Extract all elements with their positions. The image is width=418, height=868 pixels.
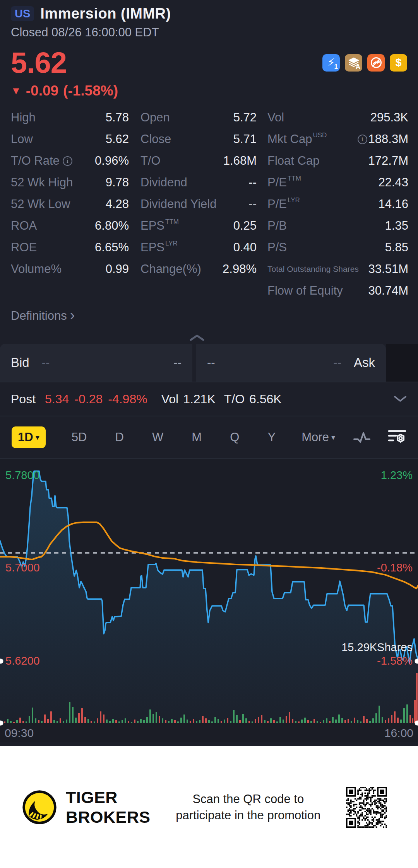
- stat-row: P/S5.85: [267, 237, 408, 258]
- tab-period-1d[interactable]: 1D▾: [12, 426, 46, 448]
- collapse-chevron-up-icon[interactable]: [189, 334, 205, 341]
- ask-panel[interactable]: -- -- Ask: [196, 344, 386, 382]
- flash-order-icon[interactable]: ⚡ 1: [322, 54, 340, 72]
- stat-label: P/S: [267, 240, 287, 254]
- stat-value: 0.96%: [95, 154, 129, 168]
- stat-value: 188.3M: [368, 132, 408, 146]
- ask-qty: --: [333, 356, 341, 370]
- stat-label: T/O: [140, 154, 161, 168]
- brand-name: TIGER BROKERS: [66, 788, 151, 827]
- definitions-link[interactable]: Definitions ›: [0, 306, 418, 326]
- header: US Immersion (IMMR) Closed 08/26 16:00:0…: [0, 0, 418, 39]
- chevron-down-icon[interactable]: [393, 396, 407, 402]
- stat-label: Volume%: [11, 262, 62, 276]
- stat-value: --: [248, 197, 257, 211]
- down-arrow-icon: ▼: [11, 85, 21, 97]
- y-axis-percent-label: 1.23%: [381, 469, 413, 482]
- stat-row: Mkt CapUSDi188.3M: [267, 128, 408, 150]
- bid-label: Bid: [11, 355, 29, 370]
- no-short-sell-icon[interactable]: [367, 54, 385, 72]
- tab-period-m[interactable]: M: [189, 426, 204, 448]
- stat-value: 0.40: [233, 240, 257, 254]
- stat-value: 5.72: [233, 111, 257, 124]
- tab-more[interactable]: More▾: [302, 430, 335, 444]
- stat-row: Vol295.3K: [267, 107, 408, 128]
- caret-down-icon: ▾: [36, 433, 39, 441]
- stat-label: ROA: [11, 219, 37, 233]
- stat-value: 14.16: [378, 197, 408, 211]
- tiger-brokers-logo-icon: [22, 790, 57, 825]
- intraday-chart[interactable]: 5.78005.70005.62001.23%-0.18%-1.58%15.29…: [0, 458, 418, 742]
- stat-value: 295.3K: [370, 111, 408, 124]
- stat-row: Total Outstanding Shares33.51M: [267, 258, 408, 280]
- post-turnover: 6.56K: [249, 392, 282, 406]
- stat-label: T/O Ratei: [11, 154, 72, 168]
- stat-label: Vol: [267, 111, 284, 124]
- stat-value: 5.78: [106, 111, 129, 124]
- stat-label: P/B: [267, 219, 287, 233]
- stat-label: P/ETTM: [267, 176, 301, 189]
- stat-value: 6.80%: [95, 219, 129, 233]
- stat-row: Float Cap172.7M: [267, 150, 408, 172]
- stat-label: P/ELYR: [267, 197, 300, 211]
- volume-annotation: 15.29KShares: [341, 641, 413, 654]
- qr-code: [346, 787, 387, 828]
- stat-value: --: [248, 176, 257, 189]
- stat-label: Low: [11, 132, 33, 146]
- stat-label: EPSLYR: [140, 240, 178, 254]
- page-title: Immersion (IMMR): [40, 5, 171, 22]
- y-axis-percent-label: -1.58%: [377, 654, 413, 667]
- time-close: 16:00: [384, 726, 413, 740]
- stat-row: P/ETTM22.43: [267, 172, 408, 193]
- market-flag-badge: US: [11, 6, 34, 22]
- tab-period-q[interactable]: Q: [228, 426, 242, 448]
- post-volume: 1.21K: [183, 392, 216, 406]
- stat-value: 33.51M: [368, 262, 408, 276]
- tab-period-y[interactable]: Y: [266, 426, 278, 448]
- y-axis-price-label: 5.7800: [5, 469, 40, 482]
- stat-label: 52 Wk High: [11, 176, 73, 189]
- time-open: 09:30: [5, 726, 34, 740]
- stat-row: Dividend--: [140, 172, 257, 193]
- time-axis: 09:30 16:00: [0, 726, 418, 740]
- stat-row: ROA6.80%: [11, 215, 129, 237]
- stat-label: Total Outstanding Shares: [267, 264, 359, 274]
- bid-panel[interactable]: Bid -- --: [0, 344, 192, 382]
- stat-value: 9.78: [106, 176, 129, 189]
- bid-qty: --: [42, 356, 50, 370]
- stat-value: 1.35: [385, 219, 408, 233]
- stat-row: 52 Wk High9.78: [11, 172, 129, 193]
- price-change: ▼ -0.09 (-1.58%): [0, 83, 418, 99]
- stat-row: EPSLYR0.40: [140, 237, 257, 258]
- bid-price: --: [173, 356, 182, 370]
- tab-period-5d[interactable]: 5D: [69, 426, 89, 448]
- stat-label: High: [11, 111, 36, 124]
- stat-label: Close: [140, 132, 171, 146]
- line-chart-type-icon[interactable]: [353, 431, 371, 444]
- stat-value: 5.62: [106, 132, 129, 146]
- post-change: -0.28: [74, 392, 103, 406]
- y-axis-price-label: 5.6200: [5, 654, 40, 667]
- dollar-icon[interactable]: $: [390, 54, 407, 72]
- stat-label: Dividend Yield: [140, 197, 216, 211]
- stat-row: Change(%)2.98%: [140, 258, 257, 280]
- stat-row: Volume%0.99: [11, 258, 129, 280]
- post-price: 5.34: [45, 392, 69, 406]
- stat-row: T/O Ratei0.96%: [11, 150, 129, 172]
- stat-value: 0.25: [233, 219, 257, 233]
- stat-value: 2.98%: [223, 262, 257, 276]
- info-icon[interactable]: i: [63, 156, 72, 166]
- stat-label: EPSTTM: [140, 219, 179, 233]
- stat-row: T/O1.68M: [140, 150, 257, 172]
- tab-period-d[interactable]: D: [113, 426, 126, 448]
- footer-banner: TIGER BROKERS Scan the QR code to partic…: [0, 746, 418, 868]
- info-icon[interactable]: i: [358, 135, 367, 144]
- stat-row: 52 Wk Low4.28: [11, 193, 129, 215]
- quote-badges: ⚡ 1 A: [322, 54, 407, 72]
- stat-label: Change(%): [140, 262, 201, 276]
- indicator-settings-icon[interactable]: [388, 429, 406, 445]
- tab-period-w[interactable]: W: [150, 426, 166, 448]
- layers-icon[interactable]: A: [345, 54, 362, 72]
- stat-row: Open5.72: [140, 107, 257, 128]
- stat-row: ROE6.65%: [11, 237, 129, 258]
